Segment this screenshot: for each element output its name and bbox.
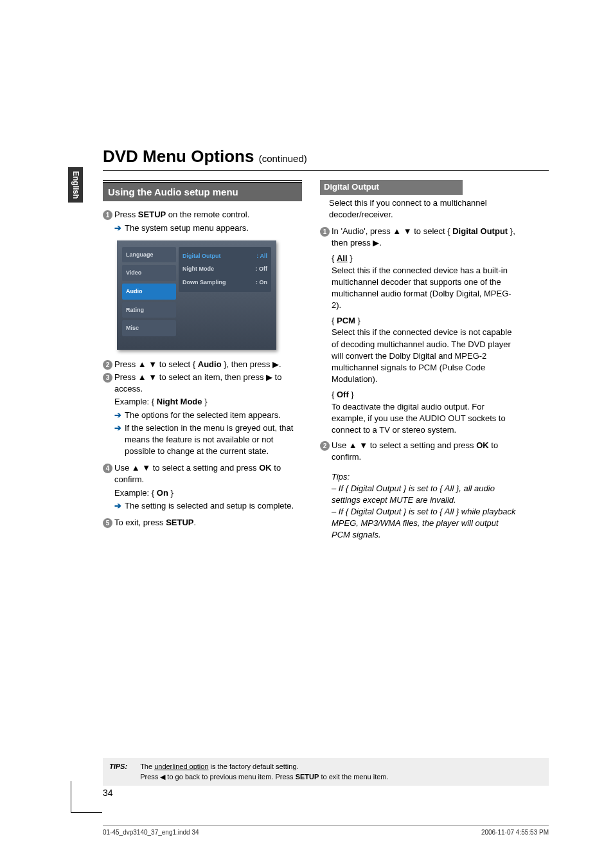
ss-row: Down Sampling : On <box>182 276 267 289</box>
ss-tab-misc: Misc <box>122 320 176 336</box>
right-step-2: 2 Use ▲ ▼ to select a setting and press … <box>320 440 519 463</box>
step-number-icon: 5 <box>103 518 112 528</box>
digital-output-intro: Select this if you connect to a multicha… <box>329 197 519 221</box>
title-rule <box>103 170 549 171</box>
footer-left: 01-45_dvp3140_37_eng1.indd 34 <box>103 828 199 837</box>
step-number-icon: 3 <box>103 373 112 383</box>
step-1: 1 Press SETUP on the remote control. <box>103 209 302 221</box>
footer-right: 2006-11-07 4:55:53 PM <box>481 828 549 837</box>
step-number-icon: 4 <box>103 464 112 473</box>
option-pcm-text: Select this if the connected device is n… <box>332 327 519 385</box>
tip-2: – If { Digital Output } is set to { All … <box>332 506 519 541</box>
right-column: Digital Output Select this if you connec… <box>320 180 519 541</box>
step-number-icon: 2 <box>103 360 112 370</box>
step-number-icon: 1 <box>320 227 330 237</box>
option-all-label: All <box>337 253 348 263</box>
ss-tab-rating: Rating <box>122 302 176 318</box>
digital-output-header: Digital Output <box>320 180 463 194</box>
step-number-icon: 1 <box>103 210 112 220</box>
page-number: 34 <box>103 787 113 800</box>
tips-heading: Tips: <box>332 471 519 483</box>
step-4: 4 Use ▲ ▼ to select a setting and press … <box>103 462 302 485</box>
option-off-label: Off <box>337 390 349 399</box>
ss-tab-audio: Audio <box>122 284 176 300</box>
crop-mark-icon <box>71 781 102 813</box>
ss-tab-video: Video <box>122 265 176 281</box>
footer: 01-45_dvp3140_37_eng1.indd 34 2006-11-07… <box>103 825 549 837</box>
title-main: DVD Menu Options <box>103 147 254 166</box>
tips-bar: TIPS: The underlined option is the facto… <box>103 758 549 786</box>
tip-1: – If { Digital Output } is set to { All … <box>332 483 519 506</box>
step-5: 5 To exit, press SETUP. <box>103 517 302 529</box>
left-column: Using the Audio setup menu 1 Press SETUP… <box>103 180 302 541</box>
arrow-icon: ➔ <box>114 222 125 234</box>
step-2: 2 Press ▲ ▼ to select { Audio }, then pr… <box>103 359 302 370</box>
ss-row: Night Mode : Off <box>182 262 267 276</box>
ss-tab-language: Language <box>122 247 176 263</box>
ss-row: Digital Output : All <box>182 249 267 263</box>
step-number-icon: 2 <box>320 441 330 451</box>
option-pcm-label: PCM <box>337 316 355 325</box>
option-all-text: Select this if the connected device has … <box>332 265 519 312</box>
page-title: DVD Menu Options (continued) <box>103 145 549 168</box>
option-off-text: To deactivate the digital audio output. … <box>332 401 519 437</box>
tips-bar-label: TIPS: <box>109 762 127 782</box>
audio-setup-header: Using the Audio setup menu <box>103 182 302 201</box>
menu-screenshot: Language Video Audio Rating Misc Digital… <box>117 240 276 350</box>
step-3: 3 Press ▲ ▼ to select an item, then pres… <box>103 372 302 395</box>
arrow-icon: ➔ <box>114 500 125 512</box>
arrow-icon: ➔ <box>114 410 125 421</box>
arrow-icon: ➔ <box>114 422 125 458</box>
language-tab: English <box>68 167 83 203</box>
title-continued: (continued) <box>259 153 307 164</box>
right-step-1: 1 In 'Audio', press ▲ ▼ to select { Digi… <box>320 226 519 249</box>
